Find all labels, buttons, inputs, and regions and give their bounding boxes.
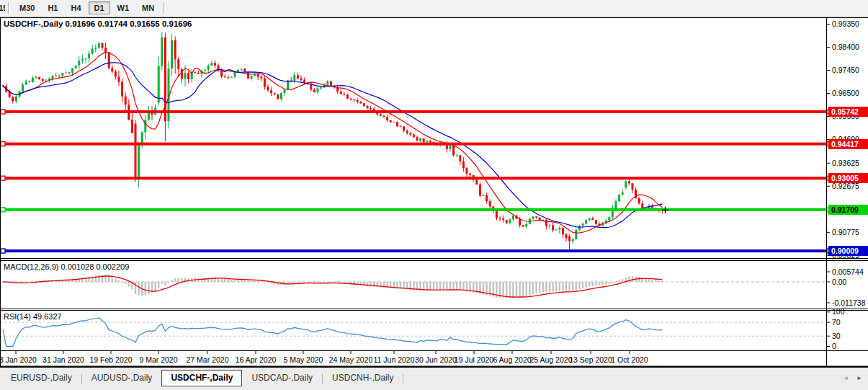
tab-eurusd-daily[interactable]: EURUSD-,Daily bbox=[1, 370, 81, 386]
tab-audusd-daily[interactable]: AUDUSD-,Daily bbox=[82, 370, 162, 386]
price-chart-canvas[interactable] bbox=[0, 0, 868, 367]
tab-usdcad-daily[interactable]: USDCAD-,Daily bbox=[242, 370, 322, 386]
tab-separator bbox=[403, 374, 403, 384]
tab-usdchf-daily[interactable]: USDCHF-,Daily bbox=[161, 370, 242, 386]
tab-scroll-right-icon[interactable]: ► bbox=[856, 376, 862, 381]
tab-usdcnh-daily[interactable]: USDCNH-,Daily bbox=[323, 370, 403, 386]
tab-scroll-arrows: ◄ ► bbox=[843, 376, 862, 381]
tab-scroll-left-icon[interactable]: ◄ bbox=[843, 376, 849, 381]
mt4-window: M15 M30 H1 H4 D1 W1 MN USDCHF-,Daily 0.9… bbox=[0, 0, 868, 390]
symbol-tab-bar: EURUSD-,Daily AUDUSD-,Daily USDCHF-,Dail… bbox=[0, 367, 868, 390]
